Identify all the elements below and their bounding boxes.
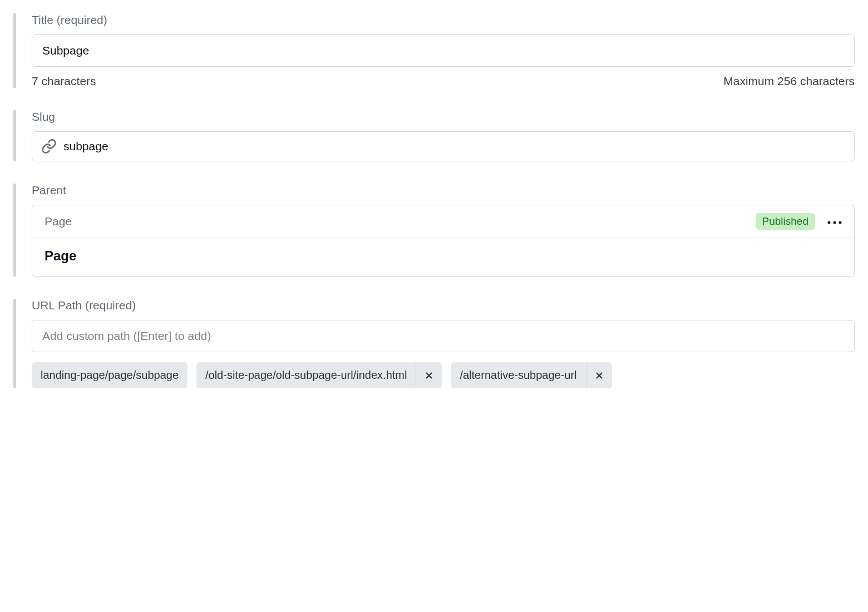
parent-type: Page xyxy=(45,215,72,228)
url-path-tag-list: landing-page/page/subpage/old-site-page/… xyxy=(32,362,855,388)
title-char-max: Maximum 256 characters xyxy=(723,75,855,88)
svg-point-1 xyxy=(833,221,836,224)
title-label: Title (required) xyxy=(32,13,855,27)
parent-name: Page xyxy=(45,248,842,264)
title-char-count: 7 characters xyxy=(32,75,96,88)
remove-path-button[interactable] xyxy=(586,362,612,388)
title-field: Title (required) 7 characters Maximum 25… xyxy=(13,13,855,88)
parent-body-row: Page xyxy=(32,238,854,276)
url-path-tag: /alternative-subpage-url xyxy=(451,362,611,388)
url-path-tag: landing-page/page/subpage xyxy=(32,362,188,388)
more-actions-button[interactable] xyxy=(827,219,842,224)
status-badge: Published xyxy=(756,213,815,230)
slug-input[interactable] xyxy=(63,140,845,153)
svg-point-0 xyxy=(827,221,830,224)
url-path-tag-label: /old-site-page/old-subpage-url/index.htm… xyxy=(196,362,416,388)
slug-label: Slug xyxy=(32,110,855,124)
slug-field: Slug xyxy=(13,110,855,161)
parent-reference-card: Page Published Page xyxy=(32,205,855,277)
url-path-field: URL Path (required) landing-page/page/su… xyxy=(13,299,855,388)
slug-input-wrapper[interactable] xyxy=(32,131,855,161)
parent-header-row: Page Published xyxy=(32,205,854,238)
parent-field: Parent Page Published Page xyxy=(13,184,855,277)
url-path-input[interactable] xyxy=(32,320,855,352)
remove-path-button[interactable] xyxy=(416,362,442,388)
title-hints: 7 characters Maximum 256 characters xyxy=(32,75,855,88)
url-path-tag: /old-site-page/old-subpage-url/index.htm… xyxy=(196,362,442,388)
url-path-tag-label: landing-page/page/subpage xyxy=(32,362,188,388)
link-icon xyxy=(41,139,57,154)
title-input[interactable] xyxy=(32,34,855,67)
url-path-tag-label: /alternative-subpage-url xyxy=(451,362,585,388)
parent-label: Parent xyxy=(32,184,855,197)
svg-point-2 xyxy=(839,221,841,224)
url-path-label: URL Path (required) xyxy=(32,299,855,312)
